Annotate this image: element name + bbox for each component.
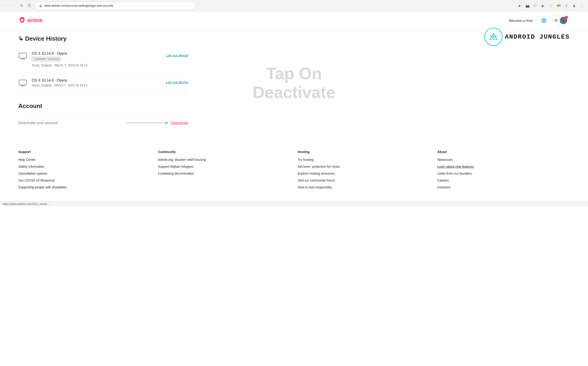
shield-icon-btn[interactable]: 🛡 <box>532 2 538 9</box>
battery-icon-btn[interactable]: ▮ <box>571 2 577 9</box>
header-right: Become a Host 🌐 ☰ 👤 1 <box>506 15 570 26</box>
footer-col-community: Community Airbnb.org: disaster relief ho… <box>158 150 290 192</box>
forward-button[interactable]: → <box>11 2 17 9</box>
footer-community-title: Community <box>158 150 290 154</box>
download-icon-btn[interactable]: ⇓ <box>563 2 570 9</box>
footer-link-explore-hosting[interactable]: Explore hosting resources <box>298 172 430 175</box>
footer-col-about: About Newsroom Learn about new features … <box>437 150 570 192</box>
extensions-icon-btn[interactable]: ■ <box>516 2 523 9</box>
avatar-icon: 👤 <box>562 19 565 22</box>
browser-chrome: ← → ↻ ☶ 🔒 www.airbnb.com/account-setting… <box>0 0 588 11</box>
main-content: ↳ Device History OS X 10.14.6 · Opera CU… <box>0 30 207 136</box>
hamburger-icon: ☰ <box>554 18 558 23</box>
logo-text: airbnb <box>27 17 43 23</box>
notification-badge: 1 <box>565 16 568 19</box>
heart-icon-btn[interactable]: ♡ <box>548 2 554 9</box>
device-info-1: OS X 10.14.6 · Opera CURRENT SESSION Sur… <box>32 52 161 67</box>
address-bar[interactable]: 🔒 www.airbnb.com/account-settings/login-… <box>35 2 196 10</box>
status-bar: https://www.airbnb.com/2021_winter... <box>0 201 588 206</box>
device-name-1: OS X 10.14.6 · Opera <box>32 52 161 56</box>
footer-link-investors[interactable]: Investors <box>437 185 570 189</box>
user-menu-button[interactable]: ☰ 👤 1 <box>552 15 570 26</box>
footer-link-help-center[interactable]: Help Center <box>18 158 151 161</box>
footer-link-newsroom[interactable]: Newsroom <box>437 158 570 161</box>
footer-link-founders[interactable]: Letter from our founders <box>437 172 570 175</box>
watermark-tap-text: Tap On <box>253 64 335 83</box>
footer-link-host-responsibly[interactable]: How to host responsibly <box>298 185 430 189</box>
wallet-icon-btn[interactable]: 💳 <box>555 2 562 9</box>
footer-col-support: Support Help Center Safety information C… <box>18 150 151 192</box>
url-text: www.airbnb.com/account-settings/login-an… <box>44 4 192 7</box>
extensions-button[interactable]: ☶ <box>26 2 33 9</box>
device-info-2: OS X 10.14.6 · Opera Surat, Gujarat · Ma… <box>32 78 161 87</box>
site-header: airbnb Become a Host 🌐 ☰ 👤 1 <box>0 11 588 30</box>
arrow-line <box>127 123 168 123</box>
svg-rect-5 <box>19 53 26 58</box>
footer-link-aircover[interactable]: AirCover: protection for Hosts <box>298 165 430 168</box>
current-session-badge: CURRENT SESSION <box>32 57 61 61</box>
avatar: 👤 1 <box>560 17 567 24</box>
footer-link-new-features[interactable]: Learn about new features <box>437 165 570 168</box>
footer-link-try-hosting[interactable]: Try hosting <box>298 158 430 161</box>
watermark-overlay: Tap On Deactivate <box>253 64 335 102</box>
watermark-deactivate-text: Deactivate <box>253 83 335 102</box>
footer-link-community-forum[interactable]: Visit our community forum <box>298 178 430 182</box>
footer-about-title: About <box>437 150 570 154</box>
account-divider <box>18 113 188 114</box>
logo[interactable]: airbnb <box>18 17 43 24</box>
device-name-2: OS X 10.14.6 · Opera <box>32 78 161 83</box>
account-title: Account <box>18 102 188 110</box>
footer-grid: Support Help Center Safety information C… <box>18 150 570 192</box>
logout-device-button-1[interactable]: Log out device <box>166 52 188 58</box>
become-host-button[interactable]: Become a Host <box>506 16 536 25</box>
back-button[interactable]: ← <box>3 2 9 9</box>
footer-link-afghan[interactable]: Support Afghan refugees <box>158 165 290 168</box>
content-area: ↳ Device History OS X 10.14.6 · Opera CU… <box>0 30 588 136</box>
language-selector-button[interactable]: 🌐 <box>540 16 548 25</box>
account-section: Account Deactivate your account Deactiva… <box>18 95 188 136</box>
logout-device-button-2[interactable]: Log out device <box>166 79 188 85</box>
footer-link-safety[interactable]: Safety information <box>18 165 151 168</box>
footer-hosting-title: Hosting <box>298 150 430 154</box>
footer-link-cancellation[interactable]: Cancellation options <box>18 172 151 175</box>
computer-icon <box>18 52 27 62</box>
desktop-icon-2 <box>18 79 27 88</box>
device-history-title: ↳ Device History <box>18 30 188 46</box>
footer-link-covid[interactable]: Our COVID-19 Response <box>18 178 151 182</box>
reload-button[interactable]: ↻ <box>18 2 25 9</box>
browser-toolbar: ■ 📷 🛡 ▶ ♡ 💳 ⇓ ▮ ⋮ <box>516 2 585 9</box>
device-item: OS X 10.14.6 · Opera CURRENT SESSION Sur… <box>18 46 188 73</box>
device-item-2: OS X 10.14.6 · Opera Surat, Gujarat · Ma… <box>18 73 188 95</box>
deactivate-button[interactable]: Deactivate <box>171 121 188 125</box>
footer-link-discrimination[interactable]: Combating discrimination <box>158 172 290 175</box>
device-location-1: Surat, Gujarat · March 7, 2022 at 19:13 <box>32 63 161 67</box>
deactivate-row: Deactivate your account Deactivate <box>18 117 188 129</box>
lock-icon: 🔒 <box>39 4 43 7</box>
globe-icon: 🌐 <box>541 18 546 23</box>
svg-rect-8 <box>19 80 26 85</box>
footer-link-careers[interactable]: Careers <box>437 178 570 182</box>
menu-icon-btn[interactable]: ⋮ <box>579 2 585 9</box>
status-url: https://www.airbnb.com/2021_winter... <box>3 202 49 206</box>
deactivate-arrow-area: Deactivate <box>127 121 188 125</box>
footer-link-disabilities[interactable]: Supporting people with disabilities <box>18 185 151 189</box>
desktop-icon <box>18 52 27 61</box>
play-icon-btn[interactable]: ▶ <box>540 2 546 9</box>
browser-nav-buttons: ← → ↻ ☶ <box>3 2 33 9</box>
airbnb-logo-icon <box>18 17 26 24</box>
deactivate-label: Deactivate your account <box>18 121 58 125</box>
device-location-2: Surat, Gujarat · March 7, 2022 at 19:13 <box>32 84 161 87</box>
computer-icon-2 <box>18 79 27 89</box>
site-footer: Support Help Center Safety information C… <box>0 141 588 201</box>
footer-col-hosting: Hosting Try hosting AirCover: protection… <box>298 150 430 192</box>
footer-support-title: Support <box>18 150 151 154</box>
camera-icon-btn[interactable]: 📷 <box>524 2 531 9</box>
footer-link-airbnborg[interactable]: Airbnb.org: disaster relief housing <box>158 158 290 161</box>
